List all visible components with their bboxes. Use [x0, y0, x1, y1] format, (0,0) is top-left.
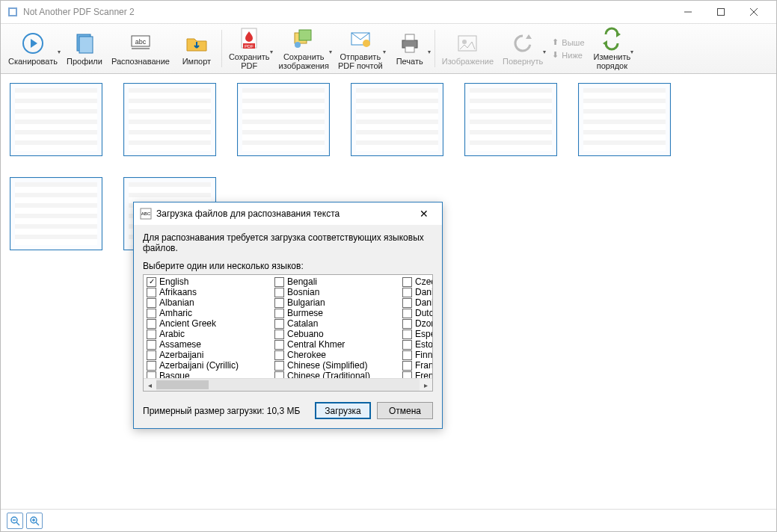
language-item[interactable]: Ancient Greek [144, 318, 271, 329]
checkbox[interactable] [147, 350, 156, 360]
language-item[interactable]: Danish [399, 287, 433, 297]
scroll-right-button[interactable]: ▸ [420, 379, 432, 391]
checkbox[interactable] [147, 330, 156, 339]
checkbox[interactable] [402, 298, 412, 308]
language-item[interactable]: Danish [399, 297, 433, 308]
language-item[interactable]: Catalan [271, 318, 399, 329]
checkbox[interactable] [402, 309, 412, 318]
checkbox[interactable] [402, 350, 412, 360]
checkbox[interactable] [274, 319, 284, 329]
reorder-button[interactable]: Изменить порядок ▾ [589, 26, 636, 71]
checkbox[interactable] [147, 319, 156, 329]
svg-text:ABC: ABC [141, 211, 151, 216]
language-item[interactable]: Bulgarian [271, 297, 399, 308]
horizontal-scrollbar[interactable]: ◂ ▸ [144, 378, 432, 391]
language-item[interactable]: Bengali [271, 276, 399, 287]
checkbox[interactable] [147, 288, 156, 297]
language-item[interactable]: Espera [399, 329, 433, 339]
zoom-out-button[interactable] [7, 513, 23, 529]
maximize-button[interactable] [704, 1, 737, 23]
print-button[interactable]: Печать ▾ [387, 26, 432, 71]
language-item[interactable]: Bosnian [271, 287, 399, 297]
checkbox[interactable] [274, 309, 284, 318]
minimize-button[interactable] [672, 1, 704, 23]
ocr-button[interactable]: abc Распознавание [107, 26, 174, 71]
checkbox[interactable] [402, 319, 412, 329]
scroll-thumb[interactable] [156, 380, 209, 389]
scroll-left-button[interactable]: ◂ [144, 379, 156, 391]
scan-button[interactable]: Сканировать ▾ [4, 26, 62, 71]
move-up-button[interactable]: ⬆ Выше [552, 37, 584, 47]
language-item[interactable]: Amharic [144, 308, 271, 318]
language-item[interactable]: Cherokee [271, 350, 399, 360]
checkbox[interactable] [402, 340, 412, 350]
checkbox[interactable] [274, 371, 284, 379]
checkbox[interactable] [274, 298, 284, 308]
page-thumbnail[interactable] [123, 83, 216, 156]
language-item[interactable]: Azerbaijani (Cyrillic) [144, 360, 271, 371]
language-item[interactable]: Estonia [399, 339, 433, 350]
checkbox[interactable] [402, 277, 412, 287]
language-label: Cherokee [287, 350, 326, 360]
save-images-button[interactable]: Сохранить изображения ▾ [274, 26, 334, 71]
language-item[interactable]: Cebuano [271, 329, 399, 339]
language-item[interactable]: Arabic [144, 329, 271, 339]
language-item[interactable]: French [399, 371, 433, 378]
page-thumbnail[interactable] [10, 83, 102, 156]
profiles-button[interactable]: Профили [62, 26, 107, 71]
checkbox[interactable] [274, 330, 284, 339]
language-item[interactable]: Central Khmer [271, 339, 399, 350]
page-thumbnail[interactable] [237, 83, 330, 156]
download-button[interactable]: Загрузка [315, 402, 371, 419]
language-item[interactable]: Finnish [399, 350, 433, 360]
language-item[interactable]: ✓English [144, 276, 271, 287]
page-thumbnail[interactable] [464, 83, 557, 156]
send-pdf-button[interactable]: Отправить PDF почтой ▾ [334, 26, 387, 71]
checkbox[interactable] [274, 361, 284, 371]
checkbox[interactable]: ✓ [147, 277, 156, 287]
close-button[interactable] [737, 1, 770, 23]
checkbox[interactable] [147, 298, 156, 308]
image-button[interactable]: Изображение [437, 26, 498, 71]
rotate-button[interactable]: Повернуть ▾ [498, 26, 547, 71]
checkbox[interactable] [274, 350, 284, 360]
language-item[interactable]: Basque [144, 371, 271, 378]
page-thumbnail[interactable] [351, 83, 443, 156]
move-stack: ⬆ Выше ⬇ Ниже [547, 34, 589, 63]
language-item[interactable]: Albanian [144, 297, 271, 308]
language-item[interactable]: Chinese (Simplified) [271, 360, 399, 371]
checkbox[interactable] [402, 371, 412, 379]
cancel-button[interactable]: Отмена [377, 402, 433, 419]
language-item[interactable]: Assamese [144, 339, 271, 350]
checkbox[interactable] [147, 309, 156, 318]
dialog-close-button[interactable]: ✕ [412, 208, 436, 220]
zoom-in-button[interactable] [26, 513, 43, 529]
import-button[interactable]: Импорт [174, 26, 219, 71]
language-item[interactable]: Dzong [399, 318, 433, 329]
checkbox[interactable] [147, 361, 156, 371]
language-item[interactable]: Afrikaans [144, 287, 271, 297]
language-item[interactable]: Frankis [399, 360, 433, 371]
dropdown-icon: ▾ [428, 49, 431, 55]
language-listbox[interactable]: ✓EnglishAfrikaansAlbanianAmharicAncient … [143, 274, 433, 392]
language-item[interactable]: Chinese (Traditional) [271, 371, 399, 378]
language-item[interactable]: Czech [399, 276, 433, 287]
dialog-select-label: Выберите один или несколько языков: [143, 261, 433, 271]
checkbox[interactable] [147, 340, 156, 350]
checkbox[interactable] [147, 371, 156, 379]
page-thumbnail[interactable] [10, 177, 102, 250]
language-item[interactable]: Burmese [271, 308, 399, 318]
checkbox[interactable] [402, 361, 412, 371]
save-pdf-button[interactable]: PDF Сохранить PDF ▾ [224, 26, 274, 71]
checkbox[interactable] [274, 340, 284, 350]
checkbox[interactable] [274, 277, 284, 287]
checkbox[interactable] [402, 330, 412, 339]
move-down-button[interactable]: ⬇ Ниже [552, 50, 584, 60]
checkbox[interactable] [402, 288, 412, 297]
scroll-track[interactable] [156, 379, 420, 391]
svg-rect-9 [79, 37, 93, 53]
language-item[interactable]: Dutch [399, 308, 433, 318]
checkbox[interactable] [274, 288, 284, 297]
page-thumbnail[interactable] [578, 83, 671, 156]
language-item[interactable]: Azerbaijani [144, 350, 271, 360]
